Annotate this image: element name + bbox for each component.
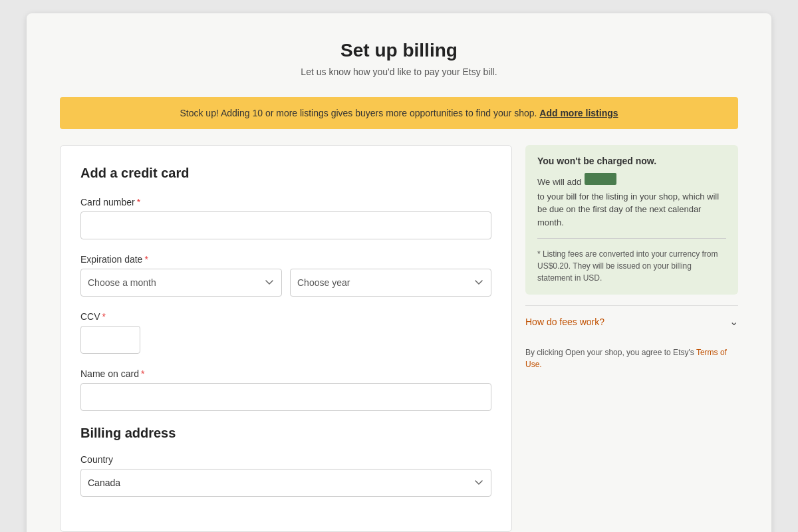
billing-address-title: Billing address bbox=[80, 426, 491, 441]
fees-faq: How do fees work? ⌄ bbox=[525, 305, 738, 337]
page-subtitle: Let us know how you'd like to pay your E… bbox=[60, 66, 738, 77]
ccv-field: CCV * bbox=[80, 311, 491, 354]
month-select[interactable]: Choose a month January February March Ap… bbox=[80, 269, 282, 297]
expiration-label: Expiration date * bbox=[80, 254, 491, 265]
card-number-input[interactable] bbox=[80, 211, 491, 239]
name-on-card-input[interactable] bbox=[80, 383, 491, 411]
card-number-label: Card number * bbox=[80, 197, 491, 207]
ccv-label: CCV * bbox=[80, 311, 491, 322]
card-number-field: Card number * bbox=[80, 197, 491, 239]
country-label: Country bbox=[80, 454, 491, 465]
fees-faq-label: How do fees work? bbox=[525, 317, 604, 327]
charge-notice-before: We will add bbox=[537, 176, 581, 189]
credit-card-section-title: Add a credit card bbox=[80, 166, 491, 181]
name-on-card-field: Name on card * bbox=[80, 368, 491, 411]
fees-faq-link[interactable]: How do fees work? ⌄ bbox=[525, 315, 738, 328]
country-select[interactable]: Canada United States United Kingdom Aust… bbox=[80, 469, 491, 497]
add-listings-link[interactable]: Add more listings bbox=[539, 108, 618, 118]
ccv-input[interactable] bbox=[80, 326, 140, 354]
main-form: Add a credit card Card number * Expirati… bbox=[60, 145, 512, 532]
sidebar: You won't be charged now. We will add to… bbox=[525, 145, 738, 370]
banner-text: Stock up! Adding 10 or more listings giv… bbox=[180, 108, 537, 118]
fee-notice: * Listing fees are converted into your c… bbox=[537, 238, 726, 284]
charge-notice-after: to your bill for the listing in your sho… bbox=[537, 190, 726, 229]
expiration-field: Expiration date * Choose a month January… bbox=[80, 254, 491, 297]
content-row: Add a credit card Card number * Expirati… bbox=[60, 145, 738, 532]
chevron-down-icon: ⌄ bbox=[730, 315, 738, 328]
expiry-row: Choose a month January February March Ap… bbox=[80, 269, 491, 297]
redacted-amount bbox=[585, 173, 616, 185]
terms-text: By clicking Open your shop, you agree to… bbox=[525, 348, 694, 357]
year-select[interactable]: Choose year 2024 2025 2026 2027 2028 202… bbox=[290, 269, 491, 297]
page-container: Set up billing Let us know how you'd lik… bbox=[27, 13, 771, 532]
charge-notice: You won't be charged now. We will add to… bbox=[525, 145, 738, 295]
ccv-required: * bbox=[102, 311, 106, 322]
page-title: Set up billing bbox=[60, 40, 738, 61]
charge-notice-body: We will add to your bill for the listing… bbox=[537, 173, 726, 229]
country-field: Country Canada United States United King… bbox=[80, 454, 491, 497]
promo-banner: Stock up! Adding 10 or more listings giv… bbox=[60, 97, 738, 129]
name-on-card-label: Name on card * bbox=[80, 368, 491, 379]
card-number-required: * bbox=[137, 197, 140, 207]
expiration-required: * bbox=[144, 254, 148, 265]
terms-notice: By clicking Open your shop, you agree to… bbox=[525, 346, 738, 370]
charge-notice-title: You won't be charged now. bbox=[537, 156, 726, 166]
name-required: * bbox=[141, 368, 144, 379]
